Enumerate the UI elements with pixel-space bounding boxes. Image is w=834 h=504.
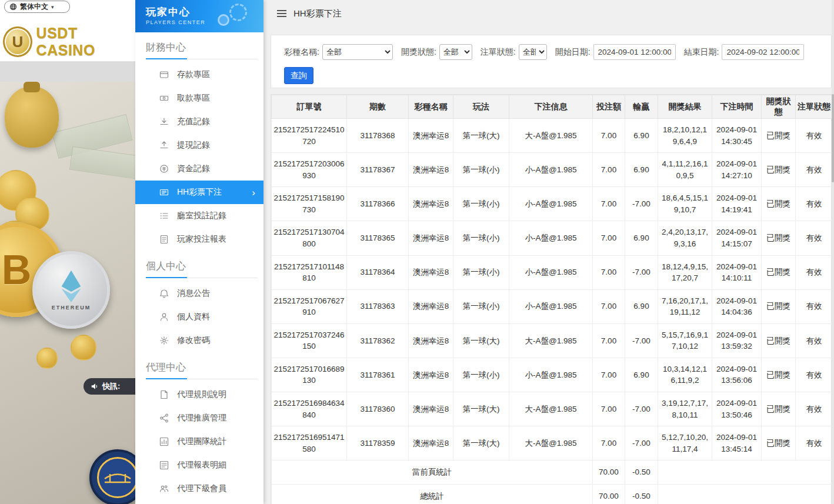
agent-rules-icon xyxy=(159,390,169,399)
table-cell: 31178360 xyxy=(347,392,409,426)
lottery-ticket-icon xyxy=(159,188,169,197)
table-cell: 小-A盤@1.985 xyxy=(509,221,593,255)
table-cell: 已開獎 xyxy=(762,392,796,426)
table-cell: 大-A盤@1.985 xyxy=(509,392,593,426)
sidebar-item-label: 代理規則說明 xyxy=(177,389,226,400)
table-cell: 第一球(小) xyxy=(453,289,509,323)
sidebar-item-label: 廳室投註記錄 xyxy=(177,211,226,221)
table-cell: 6.90 xyxy=(625,358,658,392)
agent-members-icon xyxy=(159,484,169,493)
end-date-input[interactable] xyxy=(722,44,804,60)
language-label: 繁体中文 xyxy=(20,2,48,12)
table-cell: 澳洲幸运8 xyxy=(409,221,453,255)
total-win-loss: -0.50 xyxy=(625,460,658,485)
table-cell: 大-A盤@1.985 xyxy=(509,119,593,153)
globe-icon xyxy=(9,3,17,11)
table-cell: 7.00 xyxy=(593,358,625,392)
table-cell: -7.00 xyxy=(625,392,658,426)
column-header: 開獎狀態 xyxy=(762,95,796,119)
table-cell: -7.00 xyxy=(625,323,658,358)
sidebar-item[interactable]: 代理團隊統計 xyxy=(135,430,263,453)
table-row: 215217251703724615031178362澳洲幸运8第一球(大)大-… xyxy=(272,323,833,358)
logo-text: USDT CASINO xyxy=(36,25,135,59)
table-cell: 2152172517158190730 xyxy=(272,187,347,221)
table-cell: -7.00 xyxy=(625,255,658,289)
table-cell: 已開獎 xyxy=(762,187,796,221)
sidebar: 玩家中心 PLAYERS CENTER 財務中心存款專區取款專區充值記錄提現記錄… xyxy=(135,0,263,504)
agent-promo-icon xyxy=(159,413,169,423)
table-cell: 3,19,12,7,17,8,10,11 xyxy=(658,392,712,426)
menu-icon[interactable] xyxy=(276,9,287,18)
table-cell: -7.00 xyxy=(625,187,658,221)
sidebar-item[interactable]: 修改密碼 xyxy=(135,329,263,352)
table-cell: 6.90 xyxy=(625,221,658,255)
deposit-card-icon xyxy=(159,70,169,79)
table-cell: 2152172516951471580 xyxy=(272,426,347,460)
table-cell: 10,3,14,12,16,11,9,2 xyxy=(658,358,712,392)
end-date-label: 結束日期: xyxy=(684,47,719,58)
sidebar-item[interactable]: 廳室投註記錄 xyxy=(135,204,263,228)
bets-table: 訂單號期數彩種名稱玩法下注信息投注額輸贏開獎結果下注時間開獎狀態注單狀態 215… xyxy=(271,95,833,504)
sidebar-item[interactable]: 存款專區 xyxy=(135,63,263,86)
column-header: 注單狀態 xyxy=(796,95,833,119)
news-ticker[interactable]: 快訊: xyxy=(84,378,135,395)
table-cell: 7.00 xyxy=(593,392,625,426)
sidebar-item[interactable]: HH彩票下注› xyxy=(135,181,263,204)
total-empty xyxy=(658,460,833,485)
page-title: HH彩票下注 xyxy=(293,8,342,19)
sidebar-item[interactable]: 代理規則說明 xyxy=(135,383,263,406)
table-cell: 有效 xyxy=(796,119,833,153)
sidebar-item[interactable]: 玩家投注報表 xyxy=(135,228,263,251)
table-cell: 7.00 xyxy=(593,119,625,153)
total-win-loss: -0.50 xyxy=(625,484,658,504)
sidebar-item[interactable]: 取款專區 xyxy=(135,86,263,110)
ticker-label: 快訊: xyxy=(102,381,120,392)
page-total-row: 當前頁統計70.00-0.50 xyxy=(272,460,833,485)
scrollbar-thumb[interactable] xyxy=(832,94,834,182)
lottery-name-select[interactable]: 全部 xyxy=(322,44,393,60)
table-cell: 有效 xyxy=(796,255,833,289)
sidebar-item-label: 代理報表明細 xyxy=(177,460,226,470)
table-cell: 2024-09-01 14:04:36 xyxy=(712,289,762,323)
table-cell: 澳洲幸运8 xyxy=(409,392,453,426)
table-cell: 澳洲幸运8 xyxy=(409,255,453,289)
start-date-input[interactable] xyxy=(593,44,676,60)
table-cell: 2152172517130704800 xyxy=(272,221,347,255)
sidebar-item[interactable]: 提現記錄 xyxy=(135,133,263,157)
table-cell: 31178365 xyxy=(347,221,409,255)
sidebar-item[interactable]: 代理下級會員 xyxy=(135,477,263,500)
table-cell: 6.90 xyxy=(625,153,658,187)
table-cell: 第一球(小) xyxy=(453,153,509,187)
withdraw-record-icon xyxy=(159,141,169,150)
table-cell: 已開獎 xyxy=(762,221,796,255)
scrollbar[interactable] xyxy=(832,0,834,504)
search-button[interactable]: 查詢 xyxy=(284,67,313,84)
sidebar-item[interactable]: 個人資料 xyxy=(135,305,263,329)
start-date-label: 開始日期: xyxy=(555,47,591,58)
table-cell: 18,6,4,5,15,19,10,7 xyxy=(658,187,712,221)
agent-report-icon xyxy=(159,460,169,470)
filter-row: 彩種名稱: 全部 開獎狀態: 全部 注單狀態: 全部 開始日期: 結束日期: xyxy=(271,35,831,60)
table-cell: 澳洲幸运8 xyxy=(409,358,453,392)
table-cell: 2024-09-01 13:56:06 xyxy=(712,358,762,392)
decor-chip-icon xyxy=(218,14,229,26)
caret-down-icon: ▾ xyxy=(51,4,54,10)
sidebar-item[interactable]: 資金記錄 xyxy=(135,157,263,181)
sidebar-item-label: HH彩票下注 xyxy=(177,187,222,198)
casino-logo[interactable]: U USDT CASINO xyxy=(3,25,135,59)
order-status-select[interactable]: 全部 xyxy=(519,44,547,60)
sidebar-item[interactable]: 消息公告 xyxy=(135,282,263,305)
table-cell: 有效 xyxy=(796,323,833,358)
table-cell: 小-A盤@1.985 xyxy=(509,153,593,187)
table-cell: 2024-09-01 13:50:46 xyxy=(712,392,762,426)
sidebar-item-label: 消息公告 xyxy=(177,288,210,299)
sidebar-item[interactable]: 代理報表明細 xyxy=(135,453,263,477)
password-gear-icon xyxy=(159,336,169,345)
sidebar-item[interactable]: 代理推廣管理 xyxy=(135,406,263,430)
table-cell: 18,2,10,12,19,6,4,9 xyxy=(658,119,712,153)
table-row: 215217251722451072031178368澳洲幸运8第一球(大)大-… xyxy=(272,119,833,153)
bridge-icon xyxy=(97,457,135,498)
sidebar-item[interactable]: 充值記錄 xyxy=(135,110,263,133)
language-selector[interactable]: 繁体中文 ▾ xyxy=(4,1,70,13)
draw-status-select[interactable]: 全部 xyxy=(439,44,472,60)
